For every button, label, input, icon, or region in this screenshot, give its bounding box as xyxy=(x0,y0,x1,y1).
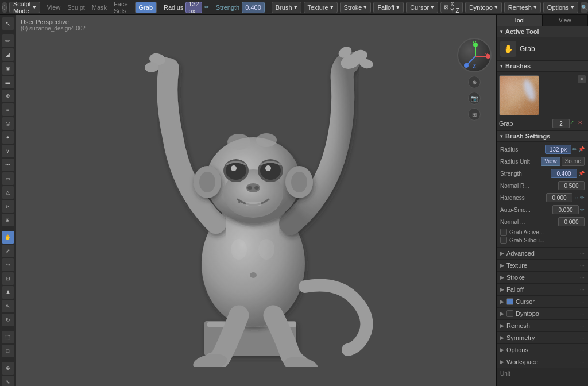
mask-menu[interactable]: Mask xyxy=(92,4,107,11)
axis-btn[interactable]: ⊠ X Y Z xyxy=(440,2,463,13)
radius-unit-scene-btn[interactable]: Scene xyxy=(562,157,585,166)
auto-smooth-input[interactable]: 0.000 xyxy=(552,205,579,214)
rotate-btn[interactable]: ↻ xyxy=(2,314,14,326)
symmetry-section-header[interactable]: ▶ Symmetry ··· xyxy=(497,332,588,343)
radius-edit-icon[interactable]: ✏ xyxy=(204,4,209,10)
tool-tab[interactable]: Tool xyxy=(497,15,543,26)
view-menu[interactable]: View xyxy=(47,4,61,11)
brush-dropdown[interactable]: Brush ▾ xyxy=(272,2,301,13)
brush-confirm-icon[interactable]: ✓ xyxy=(570,119,578,128)
elastic-btn[interactable]: ⤢ xyxy=(2,245,14,257)
clay-btn[interactable]: ◉ xyxy=(2,62,14,75)
hardness-edit-icon[interactable]: ✏ xyxy=(580,195,585,200)
dyntopo-section-header[interactable]: ▶ Dyntopo ··· xyxy=(497,308,588,319)
thumb-btn[interactable]: ⊡ xyxy=(2,272,14,285)
falloff-dropdown[interactable]: Falloff ▾ xyxy=(373,2,404,13)
texture-section-header[interactable]: ▶ Texture ··· xyxy=(497,260,588,271)
normal-weight-input[interactable]: 0.000 xyxy=(558,217,585,226)
cursor-dropdown[interactable]: Cursor ▾ xyxy=(406,2,438,13)
zoom-to-fit-btn[interactable]: ⊕ xyxy=(468,76,481,88)
hardness-input[interactable]: 0.000 xyxy=(546,193,572,202)
smooth-btn[interactable]: 〜 xyxy=(2,159,14,171)
rotation-gizmo[interactable]: X Y Z xyxy=(457,38,492,72)
falloff-arrow: ▶ xyxy=(500,287,504,292)
dyntopo-checkbox[interactable] xyxy=(506,310,513,317)
radius-setting-input[interactable]: 132 px xyxy=(545,145,571,154)
svg-point-39 xyxy=(464,63,469,68)
pose-btn[interactable]: ♟ xyxy=(2,286,14,299)
facesets-menu[interactable]: Face Sets xyxy=(114,1,127,14)
cursor-checkbox[interactable] xyxy=(506,298,513,305)
cursor-section-header[interactable]: ▶ Cursor ··· xyxy=(497,296,588,307)
multires-btn[interactable]: ⊞ xyxy=(2,214,14,226)
strength-setting-input[interactable]: 0.400 xyxy=(551,169,577,178)
stroke-section-header[interactable]: ▶ Stroke ··· xyxy=(497,272,588,283)
options-section-header[interactable]: ▶ Options ··· xyxy=(497,344,588,356)
draw-sharp-btn[interactable]: ◢ xyxy=(2,48,14,61)
stroke-dropdown[interactable]: Stroke ▾ xyxy=(340,2,372,13)
auto-smooth-edit-icon[interactable]: ✏ xyxy=(580,207,585,213)
radius-pin-icon[interactable]: 📌 xyxy=(578,146,585,152)
sculpt-mode-dropdown[interactable]: Sculpt Mode ▾ xyxy=(9,2,40,13)
brush-list-expand-btn[interactable]: ≡ xyxy=(578,75,586,83)
snake-hook-btn[interactable]: ↪ xyxy=(2,258,14,271)
radius-unit-view-btn[interactable]: View xyxy=(541,157,560,166)
strength-pin-icon[interactable]: 📌 xyxy=(578,171,585,176)
transform-btn[interactable]: ⤡ xyxy=(2,376,14,386)
inflate-btn[interactable]: ◎ xyxy=(2,117,14,130)
radius-label: Radius xyxy=(164,4,183,11)
grab-btn[interactable]: ✋ xyxy=(2,231,14,244)
blender-logo[interactable]: ⬡ xyxy=(2,2,7,13)
flatten-btn[interactable]: ▭ xyxy=(2,172,14,185)
box-mask-btn[interactable]: □ xyxy=(2,345,14,357)
cursor-tool-btn[interactable]: ↖ xyxy=(2,17,14,30)
radius-input[interactable]: 132 px xyxy=(185,2,202,13)
clay-thumb-btn[interactable]: ⊕ xyxy=(2,90,14,102)
grab-tool-btn[interactable]: Grab xyxy=(135,2,157,13)
dyntopo-dropdown[interactable]: Dyntopo ▾ xyxy=(465,2,502,13)
fill-btn[interactable]: △ xyxy=(2,186,14,199)
camera-btn[interactable]: 📷 xyxy=(468,92,481,105)
view-tab[interactable]: View xyxy=(543,15,589,26)
brush-name-row: Grab 2 ✓ ✕ xyxy=(499,119,586,128)
scrape-btn[interactable]: ▹ xyxy=(2,200,14,213)
workspace-section-header[interactable]: ▶ Workspace ··· xyxy=(497,356,588,368)
brush-number-input[interactable]: 2 xyxy=(552,119,570,128)
brushes-header[interactable]: ▾ Brushes xyxy=(497,61,588,72)
brush-settings-arrow: ▾ xyxy=(500,133,503,139)
layer-btn[interactable]: ≡ xyxy=(2,103,14,116)
falloff-section-header[interactable]: ▶ Falloff ··· xyxy=(497,284,588,295)
clay-strips-btn[interactable]: ▬ xyxy=(2,76,14,88)
nudge-btn[interactable]: ↖ xyxy=(2,300,14,312)
workspace-section-label: Workspace xyxy=(506,358,580,365)
crease-btn[interactable]: ∨ xyxy=(2,145,14,157)
viewport[interactable]: User Perspective (0) suzanne_design4.002 xyxy=(16,15,496,386)
brush-settings-header[interactable]: ▾ Brush Settings xyxy=(497,131,588,142)
sculpt-menu[interactable]: Sculpt xyxy=(67,4,85,11)
grid-btn[interactable]: ⊞ xyxy=(468,108,481,121)
brush-cancel-icon[interactable]: ✕ xyxy=(578,119,586,128)
viewport-gizmo[interactable]: X Y Z ⊕ 📷 ⊞ xyxy=(457,38,492,121)
active-tool-arrow: ▾ xyxy=(500,29,503,34)
blob-btn[interactable]: ● xyxy=(2,131,14,144)
search-icon[interactable]: 🔍 xyxy=(581,2,588,13)
hardness-link-icon[interactable]: ↔ xyxy=(574,195,579,200)
options-dropdown[interactable]: Options ▾ xyxy=(543,2,578,13)
strength-input[interactable]: 0.400 xyxy=(242,2,265,13)
grab-active-checkbox[interactable] xyxy=(500,229,507,236)
remesh-dropdown[interactable]: Remesh ▾ xyxy=(504,2,541,13)
texture-dropdown[interactable]: Texture ▾ xyxy=(304,2,338,13)
grab-silhou-checkbox[interactable] xyxy=(500,237,507,244)
draw-brush-btn[interactable]: ✏ xyxy=(2,34,14,47)
mask-btn[interactable]: ⬚ xyxy=(2,331,14,343)
zoom-btn[interactable]: ⊕ xyxy=(2,362,14,375)
remesh-section-header[interactable]: ▶ Remesh ··· xyxy=(497,320,588,331)
advanced-header[interactable]: ▶ Advanced ··· xyxy=(497,248,588,259)
3d-viewport-content[interactable] xyxy=(16,15,496,386)
active-tool-header[interactable]: ▾ Active Tool xyxy=(497,26,588,37)
workspace-section: ▶ Workspace ··· xyxy=(497,356,588,368)
brush-preview-thumbnail[interactable] xyxy=(499,75,539,115)
brush-label: Brush xyxy=(276,4,292,11)
radius-edit-icon[interactable]: ✏ xyxy=(572,146,577,152)
normal-radius-input[interactable]: 0.500 xyxy=(558,181,585,190)
